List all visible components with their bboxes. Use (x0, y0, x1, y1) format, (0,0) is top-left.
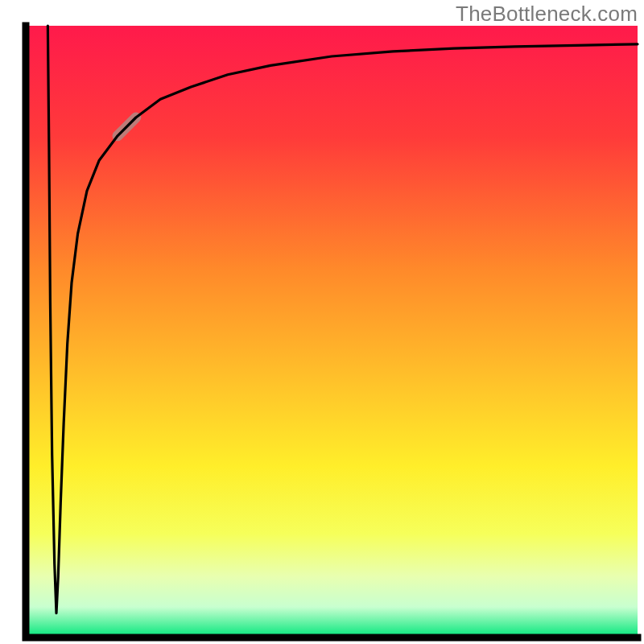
watermark-label: TheBottleneck.com (456, 2, 638, 27)
chart-stage: TheBottleneck.com (0, 0, 644, 644)
chart-svg (0, 0, 644, 644)
plot-background (26, 26, 638, 638)
